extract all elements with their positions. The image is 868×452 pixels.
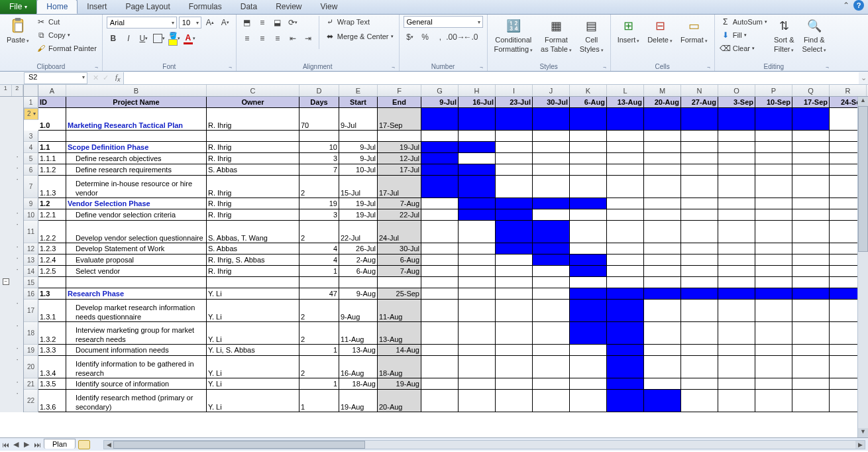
header-date-4[interactable]: 6-Aug [570, 97, 607, 108]
cell-start[interactable]: 26-Jul [339, 243, 378, 254]
row-header-22[interactable]: 22 [24, 390, 38, 412]
cell-owner[interactable]: Y. Li [207, 356, 299, 378]
cell-name[interactable]: Determine in-house resource or hire vend… [66, 176, 207, 198]
gantt-cell[interactable] [459, 142, 496, 153]
cell-days[interactable]: 47 [299, 288, 339, 300]
cell-start[interactable]: 9-Jul [339, 108, 378, 131]
cell[interactable] [378, 277, 421, 288]
cell[interactable] [607, 277, 644, 288]
gantt-cell[interactable] [681, 300, 718, 322]
outline-row[interactable] [0, 131, 23, 142]
cell-days[interactable]: 19 [299, 198, 339, 209]
gantt-cell[interactable] [533, 164, 570, 176]
cell-end[interactable]: 6-Aug [378, 254, 421, 266]
font-name-select[interactable]: Arial [107, 17, 177, 28]
gantt-cell[interactable] [459, 288, 496, 300]
help-icon[interactable]: ? [853, 0, 864, 11]
cell-name[interactable]: Identify source of information [66, 378, 207, 390]
gantt-cell[interactable] [459, 356, 496, 378]
cell-end[interactable]: 19-Aug [378, 378, 421, 390]
outline-row[interactable] [0, 108, 23, 131]
gantt-cell[interactable] [718, 356, 755, 378]
cell-days[interactable]: 2 [299, 221, 339, 243]
gantt-cell[interactable] [459, 198, 496, 209]
cell-end[interactable]: 12-Jul [378, 153, 421, 164]
gantt-cell[interactable] [718, 243, 755, 254]
header-project[interactable]: Project Name [66, 97, 207, 108]
cell-owner[interactable]: Y. Li, S. Abbas [207, 345, 299, 356]
gantt-cell[interactable] [644, 221, 681, 243]
cell-id[interactable]: 1.3.1 [38, 300, 66, 322]
cell-id[interactable]: 1.3.3 [38, 345, 66, 356]
cell-id[interactable]: 1.3 [38, 288, 66, 300]
row-header-4[interactable]: 4 [24, 142, 38, 153]
cell[interactable] [378, 131, 421, 142]
gantt-cell[interactable] [570, 243, 607, 254]
border-button[interactable]: ▾ [152, 32, 166, 45]
formula-input[interactable] [123, 72, 859, 84]
clear-button[interactable]: ⌫Clear▾ [719, 42, 769, 54]
percent-button[interactable]: % [419, 30, 432, 44]
gantt-cell[interactable] [533, 108, 570, 131]
cell-owner[interactable]: S. Abbas, T. Wang [207, 221, 299, 243]
cell[interactable] [38, 131, 66, 142]
vscroll-thumb[interactable] [858, 106, 868, 252]
cell-start[interactable]: 6-Aug [339, 266, 378, 277]
outline-row[interactable] [0, 198, 23, 209]
cell[interactable] [533, 131, 570, 142]
column-header-Q[interactable]: Q [792, 85, 830, 96]
gantt-cell[interactable] [570, 164, 607, 176]
cell-id[interactable]: 1.3.2 [38, 322, 66, 345]
cell-id[interactable]: 1.2.5 [38, 266, 66, 277]
gantt-cell[interactable] [496, 356, 533, 378]
cell[interactable] [459, 131, 496, 142]
cell-days[interactable]: 1 [299, 266, 339, 277]
cut-button[interactable]: ✂Cut [34, 16, 98, 28]
gantt-cell[interactable] [681, 108, 718, 131]
align-middle-button[interactable]: ≡ [256, 16, 269, 29]
cell-id[interactable]: 1.1.3 [38, 176, 66, 198]
cell-id[interactable]: 1.2 [38, 198, 66, 209]
gantt-cell[interactable] [607, 198, 644, 209]
gantt-cell[interactable] [792, 108, 830, 131]
gantt-cell[interactable] [718, 390, 755, 412]
outline-row[interactable] [0, 288, 23, 300]
gantt-cell[interactable] [755, 300, 792, 322]
cell-owner[interactable]: Y. Li [207, 322, 299, 345]
cell-start[interactable]: 16-Aug [339, 356, 378, 378]
cell-name[interactable]: Document information needs [66, 345, 207, 356]
row-header-19[interactable]: 19 [24, 345, 38, 356]
wrap-text-button[interactable]: ⤶Wrap Text [323, 16, 395, 28]
cell-id[interactable]: 1.3.4 [38, 356, 66, 378]
outline-row[interactable] [0, 142, 23, 153]
sort-filter-button[interactable]: ⇅Sort &Filter [771, 16, 797, 54]
cell-owner[interactable]: R. Ihrig [207, 209, 299, 221]
gantt-cell[interactable] [421, 176, 459, 198]
cell[interactable] [339, 131, 378, 142]
gantt-cell[interactable] [644, 288, 681, 300]
gantt-cell[interactable] [496, 390, 533, 412]
header-date-2[interactable]: 23-Jul [496, 97, 533, 108]
cell-days[interactable]: 1 [299, 378, 339, 390]
gantt-cell[interactable] [681, 221, 718, 243]
gantt-cell[interactable] [644, 300, 681, 322]
gantt-cell[interactable] [421, 142, 459, 153]
gantt-cell[interactable] [718, 221, 755, 243]
gantt-cell[interactable] [755, 345, 792, 356]
gantt-cell[interactable] [755, 198, 792, 209]
cell[interactable] [66, 131, 207, 142]
cell-name[interactable]: Define vendor selection criteria [66, 209, 207, 221]
column-header-D[interactable]: D [299, 85, 339, 96]
gantt-cell[interactable] [496, 108, 533, 131]
row-header-14[interactable]: 14 [24, 266, 38, 277]
gantt-cell[interactable] [718, 108, 755, 131]
gantt-cell[interactable] [755, 221, 792, 243]
gantt-cell[interactable] [607, 142, 644, 153]
outline-row[interactable] [0, 221, 23, 243]
gantt-cell[interactable] [570, 266, 607, 277]
gantt-cell[interactable] [792, 243, 830, 254]
cell-start[interactable]: 13-Aug [339, 345, 378, 356]
gantt-cell[interactable] [533, 254, 570, 266]
gantt-cell[interactable] [718, 300, 755, 322]
outline-row[interactable] [0, 345, 23, 356]
